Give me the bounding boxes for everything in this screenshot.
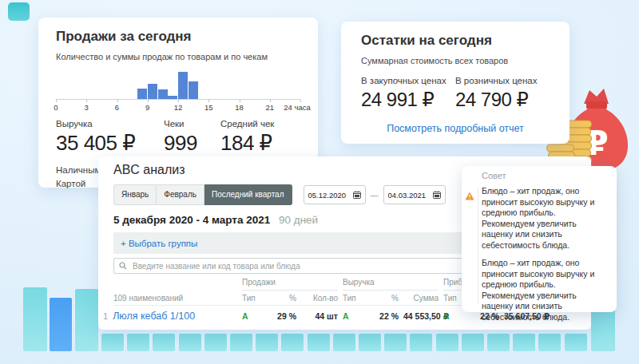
table-subheader: Сумма: [403, 294, 439, 303]
decor-bar-teal: [127, 334, 149, 351]
advice-title: Совет: [482, 171, 609, 180]
histogram-bar: [178, 72, 188, 99]
retail-prices-label: В розничных ценах: [455, 76, 550, 85]
histogram-bar: [137, 89, 147, 99]
histogram-bar: [158, 89, 168, 99]
decor-bar-teal: [359, 334, 381, 351]
histogram-bar: [148, 84, 157, 99]
table-subheader: Тип: [343, 294, 363, 303]
decor-bar-teal: [538, 334, 561, 351]
sales-histogram: [56, 72, 300, 100]
histogram-bar: [168, 96, 177, 99]
table-cell: 22 %: [368, 311, 399, 321]
row-number: 1: [103, 311, 108, 321]
axis-tick: [240, 100, 240, 102]
search-icon: [119, 262, 127, 270]
axis-tick-label: 15: [204, 103, 213, 112]
metric-label: Чеки: [164, 119, 197, 129]
advice-paragraph: Блюдо – хит продаж, оно приносит высокую…: [482, 258, 609, 322]
date-from-value: 05.12.2020: [308, 191, 347, 200]
select-groups-label: + Выбрать группы: [121, 239, 197, 248]
tab-last-quarter[interactable]: Последний квартал: [204, 184, 292, 205]
abc-type-badge: A: [443, 311, 464, 321]
axis-tick-label: 18: [235, 103, 244, 112]
period-tabs: ЯнварьФевральПоследний квартал: [113, 184, 292, 205]
axis-tick: [86, 100, 87, 102]
decor-bar-teal: [101, 334, 124, 351]
advice-body: Блюдо – хит продаж, оно приносит высокую…: [482, 186, 609, 322]
date-to-value: 04.03.2021: [388, 191, 427, 200]
table-cell: 29 %: [268, 311, 296, 321]
decor-bar-teal: [281, 334, 304, 351]
table-cell: 44 553,50 ₽: [403, 311, 439, 321]
tab-february[interactable]: Февраль: [157, 184, 204, 205]
decor-bar-blue: [50, 298, 72, 351]
sales-metric: Средний чек184 ₽: [220, 119, 274, 156]
retail-prices-value: 24 790 ₽: [455, 89, 550, 111]
axis-tick-label: 9: [145, 103, 149, 112]
advice-paragraph: Блюдо – хит продаж, оно приносит высокую…: [482, 186, 609, 251]
decor-bar-teal: [23, 287, 47, 351]
decor-bar-teal: [436, 334, 458, 351]
decor-bar-teal: [487, 334, 510, 351]
advice-divider: [478, 188, 478, 304]
period-text: 5 декабря 2020 - 4 марта 2021: [113, 214, 270, 226]
table-group-header: Продажи: [242, 278, 338, 291]
histogram-bar: [189, 81, 198, 99]
decor-bar-teal: [230, 334, 252, 351]
abc-type-badge: A: [343, 311, 363, 321]
sales-histogram-axis: 03691215182124 часа: [56, 100, 300, 113]
advice-tooltip: Совет Блюдо – хит продаж, оно приносит в…: [462, 166, 617, 312]
tab-january[interactable]: Январь: [113, 184, 157, 205]
period-days-badge: 90 дней: [279, 214, 318, 226]
axis-tick-label: 12: [174, 103, 183, 112]
metric-value: 999: [164, 131, 197, 156]
stock-values: В закупочных ценах 24 991 ₽ В розничных …: [361, 76, 550, 111]
decor-bar-teal: [565, 334, 587, 351]
decor-bar-teal: [204, 334, 227, 351]
purchase-prices-value: 24 991 ₽: [361, 89, 455, 111]
table-subheader: %: [268, 294, 296, 303]
sales-metrics: Выручка35 405 ₽Чеки999Средний чек184 ₽: [56, 119, 300, 160]
decor-bar-teal: [384, 334, 407, 351]
axis-tick-label: 24 часа: [284, 103, 310, 112]
metric-label: Средний чек: [220, 119, 274, 129]
table-subheader: Тип: [242, 294, 263, 303]
date-to-input[interactable]: 04.03.2021: [383, 185, 446, 204]
calendar-icon: [433, 191, 441, 199]
retail-prices-block: В розничных ценах 24 790 ₽: [455, 76, 550, 111]
dashboard: ₽ Продажи за сегодня Количество и суммы …: [0, 0, 639, 364]
decor-bar-teal: [179, 334, 201, 351]
sales-metric: Чеки999: [164, 119, 197, 156]
product-link[interactable]: Люля кебаб 1/100: [113, 311, 195, 322]
sales-card-title: Продажи за сегодня: [56, 29, 300, 45]
axis-tick-label: 3: [85, 103, 89, 112]
axis-tick-label: 0: [54, 103, 58, 112]
table-group-header: Выручка: [343, 278, 439, 291]
decor-bar-teal: [153, 334, 175, 351]
detailed-report-link[interactable]: Посмотреть подробный отчет: [361, 123, 550, 134]
axis-tick: [270, 100, 271, 102]
axis-tick: [117, 100, 118, 102]
decor-bar-teal: [308, 334, 330, 351]
decor-bar-teal: [75, 289, 98, 351]
date-from-input[interactable]: 05.12.2020: [304, 185, 366, 204]
stock-card-subtitle: Суммарная стоимость всех товаров: [361, 56, 550, 65]
decor-bar-teal: [513, 334, 535, 351]
axis-tick-label: 21: [265, 103, 274, 112]
decor-bar-teal: [410, 334, 432, 351]
table-cell: 44 шт: [301, 311, 338, 321]
axis-tick: [178, 100, 179, 102]
table-subheader: Кол-во: [301, 294, 338, 303]
decor-bar-teal: [333, 334, 355, 351]
stock-today-card: Остатки на сегодня Суммарная стоимость в…: [341, 22, 570, 144]
metric-value: 184 ₽: [220, 131, 274, 156]
metric-value: 35 405 ₽: [56, 131, 135, 156]
sales-metric: Выручка35 405 ₽: [56, 119, 135, 156]
warning-icon: [465, 192, 474, 200]
axis-tick: [300, 100, 301, 102]
axis-tick: [208, 100, 209, 102]
axis-tick-label: 6: [115, 103, 119, 112]
decor-bar-teal: [256, 334, 278, 351]
calendar-icon: [353, 191, 361, 199]
